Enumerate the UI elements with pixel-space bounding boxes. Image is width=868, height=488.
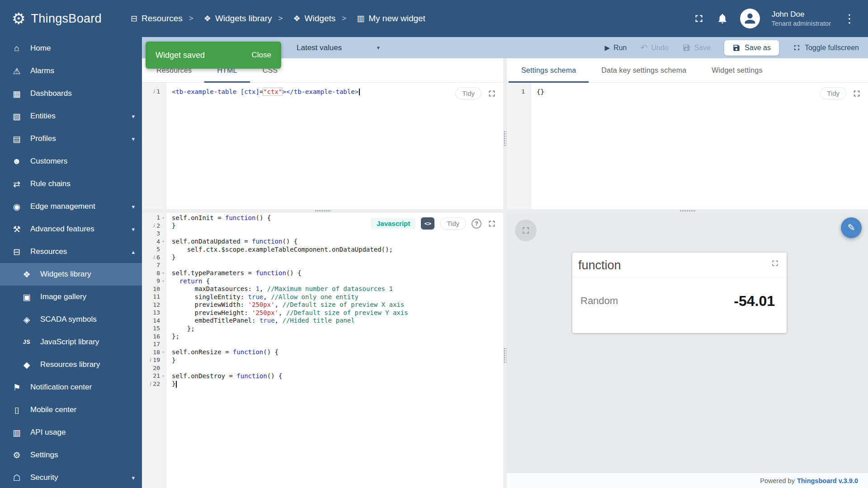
sidebar-item-label: Advanced features <box>30 225 94 234</box>
line-number: 7 <box>156 262 160 268</box>
sidebar-item[interactable]: ⚒ Advanced features ▾ <box>0 218 142 240</box>
toast-close-button[interactable]: Close <box>252 51 271 60</box>
js-code-area[interactable]: 1▾self.onInit = function() {i2}34▾self.o… <box>142 213 503 388</box>
language-badge[interactable]: Javascript <box>371 218 415 229</box>
edit-widget-fab[interactable]: ✎ <box>841 217 862 238</box>
pencil-icon: ✎ <box>847 222 855 233</box>
js-library-icon: JS <box>21 339 33 345</box>
sidebar-item[interactable]: ⚙ Settings <box>0 444 142 466</box>
line-number: 14 <box>153 317 160 324</box>
fullscreen-button[interactable] <box>852 89 862 99</box>
settings-code-area[interactable]: 1{} <box>507 83 868 96</box>
widget-type-select[interactable]: Latest values ▾ <box>297 43 392 52</box>
kebab-menu-icon[interactable]: ⋮ <box>843 12 856 26</box>
sidebar-item-label: Profiles <box>30 134 56 143</box>
code-line: 13 previewHeight: '250px', //Default siz… <box>142 309 503 317</box>
gear-logo-icon: ⚙ <box>12 11 25 26</box>
mobile-icon: ▯ <box>11 405 23 415</box>
save-button[interactable]: Save <box>682 43 711 52</box>
fullscreen-icon <box>793 43 801 52</box>
sidebar-item[interactable]: ⚠ Alarms <box>0 60 142 82</box>
run-label: Run <box>613 44 627 52</box>
sidebar-item[interactable]: ⇄ Rule chains <box>0 173 142 195</box>
fold-toggle-icon[interactable]: ▾ <box>160 350 166 354</box>
tidy-button[interactable]: Tidy <box>455 87 481 99</box>
code-line: 7 <box>142 261 503 269</box>
fold-toggle-icon[interactable]: ▾ <box>160 239 166 244</box>
undo-button[interactable]: ↶ Undo <box>640 42 668 53</box>
vertical-splitter[interactable] <box>503 58 507 488</box>
tidy-button[interactable]: Tidy <box>440 217 466 230</box>
save-as-button[interactable]: Save as <box>724 40 779 56</box>
sidebar-item[interactable]: ☻ Customers <box>0 150 142 173</box>
javascript-code-editor[interactable]: 1▾self.onInit = function() {i2}34▾self.o… <box>142 213 503 488</box>
run-button[interactable]: ▶ Run <box>605 44 627 52</box>
breadcrumb-item[interactable]: > ⊟ Resources <box>131 14 183 23</box>
info-annotation-icon: i <box>151 89 156 94</box>
line-number: 20 <box>153 365 160 371</box>
line-number: 19 <box>153 357 160 363</box>
sidebar: ⌂ Home ⚠ Alarms ▦ Dashboards ▧ Entities … <box>0 37 142 488</box>
tidy-button[interactable]: Tidy <box>820 87 846 99</box>
notifications-bell-icon[interactable] <box>717 13 728 24</box>
fullscreen-button[interactable] <box>487 219 497 229</box>
breadcrumb: > ⊟ Resources > ❖ Widgets library > ❖ Wi… <box>131 14 425 23</box>
sidebar-item[interactable]: ◉ Edge management ▾ <box>0 195 142 218</box>
tab[interactable]: Widget settings <box>699 58 775 82</box>
line-number: 5 <box>156 246 160 253</box>
tab[interactable]: Settings schema <box>509 58 589 82</box>
help-button[interactable]: ? <box>472 219 481 229</box>
sidebar-item[interactable]: ⚑ Notification center <box>0 376 142 399</box>
sidebar-item[interactable]: ☖ Security ▾ <box>0 466 142 488</box>
resources-icon: ⊟ <box>11 247 23 257</box>
fullscreen-icon[interactable] <box>693 13 705 24</box>
sidebar-item[interactable]: ⌂ Home <box>0 37 142 60</box>
fold-toggle-icon[interactable]: ▾ <box>160 271 166 275</box>
sidebar-item[interactable]: ◈ SCADA symbols <box>0 308 142 331</box>
tab[interactable]: Data key settings schema <box>589 58 699 82</box>
toggle-fullscreen-button[interactable]: Toggle fullscreen <box>793 43 859 52</box>
sidebar-item[interactable]: ▧ Entities ▾ <box>0 105 142 127</box>
alarms-icon: ⚠ <box>11 66 23 76</box>
sidebar-item[interactable]: ▦ Dashboards <box>0 82 142 105</box>
fullscreen-button[interactable] <box>487 89 497 99</box>
help-icon: ? <box>475 220 478 227</box>
sidebar-item[interactable]: ▥ API usage <box>0 421 142 444</box>
breadcrumb-item[interactable]: > ❖ Widgets library <box>183 14 272 23</box>
save-icon <box>682 43 691 52</box>
sidebar-item[interactable]: ❖ Widgets library <box>0 263 142 286</box>
fold-toggle-icon[interactable]: ▾ <box>160 216 166 220</box>
thingsboard-logo[interactable]: ⚙ ThingsBoard <box>12 11 102 26</box>
sidebar-item-label: Resources <box>30 247 67 256</box>
sidebar-item[interactable]: ▯ Mobile center <box>0 399 142 421</box>
fold-toggle-icon[interactable]: ▾ <box>160 279 166 283</box>
sidebar-item[interactable]: ▣ Image gallery <box>0 286 142 308</box>
code-line: 16}; <box>142 333 503 341</box>
fold-toggle-icon[interactable]: ▾ <box>160 374 166 378</box>
horizontal-splitter[interactable] <box>507 209 868 213</box>
sidebar-item[interactable]: JS JavaScript library <box>0 331 142 353</box>
breadcrumb-item[interactable]: > ❖ Widgets <box>272 14 336 23</box>
html-code-area[interactable]: i1<tb-example-table [ctx]="ctx"></tb-exa… <box>142 83 503 96</box>
avatar[interactable] <box>740 9 760 28</box>
sidebar-item[interactable]: ◆ Resources library <box>0 353 142 376</box>
horizontal-splitter[interactable] <box>142 209 503 213</box>
settings-icon: ⚙ <box>11 450 23 460</box>
breadcrumb-item[interactable]: > ▥ My new widget <box>335 14 425 23</box>
preview-fullscreen-button[interactable] <box>515 220 537 241</box>
breadcrumb-label: Resources <box>142 14 183 23</box>
widget-type-value: Latest values <box>297 43 342 52</box>
sidebar-item[interactable]: ⊟ Resources ▴ <box>0 240 142 263</box>
html-code-editor[interactable]: i1<tb-example-table [ctx]="ctx"></tb-exa… <box>142 83 503 209</box>
text-cursor <box>176 381 177 388</box>
line-number: 18 <box>153 349 160 356</box>
code-toggle-button[interactable]: <> <box>421 217 434 230</box>
sidebar-item[interactable]: ▤ Profiles ▾ <box>0 127 142 150</box>
line-number: 17 <box>153 341 160 347</box>
thingsboard-version-link[interactable]: Thingsboard v.3.9.0 <box>797 477 858 484</box>
settings-schema-editor[interactable]: 1{} Tidy <box>507 83 868 209</box>
run-icon: ▶ <box>605 44 610 52</box>
widget-fullscreen-button[interactable] <box>770 258 780 268</box>
info-annotation-icon: i <box>147 381 153 387</box>
security-icon: ☖ <box>11 473 23 483</box>
